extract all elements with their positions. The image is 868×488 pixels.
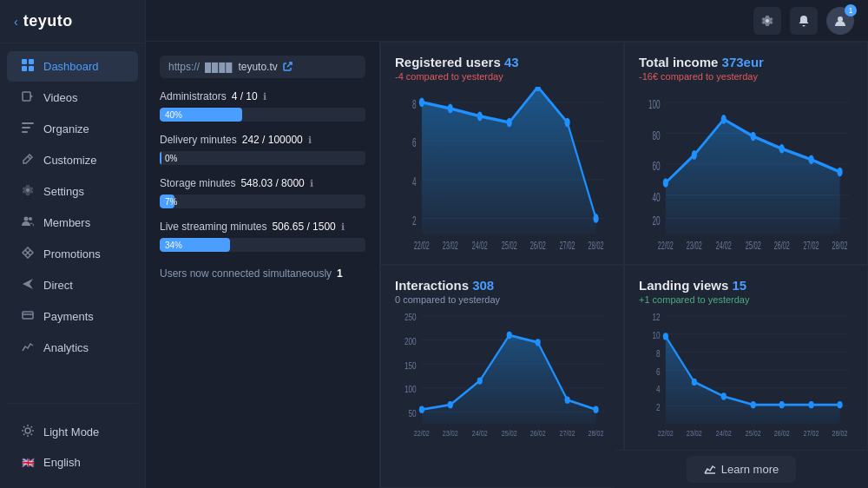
lightmode-icon — [21, 425, 35, 439]
url-domain: teyuto.tv — [238, 61, 277, 73]
svg-point-89 — [507, 332, 512, 339]
url-link-icon[interactable] — [283, 62, 293, 73]
sidebar-item-dashboard[interactable]: Dashboard — [7, 51, 138, 82]
svg-rect-6 — [22, 122, 34, 124]
progress-bar-fill: 0% — [160, 151, 161, 165]
svg-text:25/02: 25/02 — [502, 240, 517, 251]
svg-text:100: 100 — [648, 96, 661, 110]
sidebar-item-lightmode[interactable]: Light Mode — [7, 417, 138, 447]
connected-count: 1 — [337, 267, 343, 280]
progress-bar-fill: 7% — [160, 195, 174, 208]
svg-text:80: 80 — [653, 128, 661, 142]
progress-bar-bg: 40% — [160, 108, 365, 122]
stat-label-text: Delivery minutes — [160, 134, 237, 146]
svg-text:23/02: 23/02 — [443, 240, 458, 251]
sidebar-item-label: Settings — [43, 185, 84, 198]
sidebar-item-analytics[interactable]: Analytics — [7, 333, 138, 363]
sidebar-item-label: English — [43, 456, 81, 469]
sidebar-item-label: Light Mode — [43, 425, 99, 439]
stat-label-text: Live streaming minutes — [160, 221, 266, 233]
svg-point-116 — [751, 401, 756, 408]
svg-point-87 — [448, 401, 453, 408]
sidebar-item-members[interactable]: Members — [7, 208, 138, 238]
sidebar-item-label: Organize — [43, 122, 89, 135]
sidebar-item-settings[interactable]: Settings — [7, 176, 138, 207]
url-prefix: https:// — [168, 61, 200, 73]
progress-bar-fill: 34% — [160, 238, 230, 252]
svg-point-36 — [419, 97, 424, 107]
url-bar: https:// ████ teyuto.tv — [160, 56, 365, 78]
svg-marker-5 — [30, 95, 33, 98]
svg-text:24/02: 24/02 — [472, 240, 488, 251]
svg-text:25/02: 25/02 — [746, 240, 761, 251]
svg-text:12: 12 — [653, 312, 661, 322]
svg-line-23 — [31, 426, 33, 428]
svg-text:27/02: 27/02 — [804, 428, 819, 438]
svg-text:4: 4 — [656, 384, 661, 394]
logo-chevron-icon: ‹ — [14, 15, 18, 29]
stat-info-icon[interactable]: ℹ — [341, 221, 345, 233]
sidebar-item-promotions[interactable]: Promotions — [7, 239, 138, 269]
svg-point-63 — [721, 115, 727, 124]
avatar-button[interactable]: 1 — [826, 7, 854, 35]
chart-svg: 8 6 4 2 — [395, 87, 609, 257]
progress-label: 0% — [165, 154, 177, 163]
stat-value: 4 / 10 — [232, 90, 258, 102]
svg-text:50: 50 — [409, 408, 418, 419]
svg-text:28/02: 28/02 — [589, 240, 604, 251]
sidebar-item-label: Payments — [43, 310, 94, 323]
svg-text:24/02: 24/02 — [716, 428, 732, 438]
svg-text:23/02: 23/02 — [687, 428, 702, 438]
chart-title: Total income 373eur — [639, 55, 853, 69]
flag-icon: 🇬🇧 — [21, 457, 35, 469]
sidebar-item-label: Direct — [43, 279, 73, 292]
svg-text:27/02: 27/02 — [560, 240, 575, 251]
chart-subtitle: 0 compared to yesterday — [395, 294, 609, 305]
svg-line-9 — [28, 156, 30, 159]
progress-bar-fill: 40% — [160, 108, 242, 122]
stat-label-text: Storage minutes — [160, 177, 235, 189]
sidebar-item-customize[interactable]: Customize — [7, 145, 138, 175]
svg-text:8: 8 — [656, 348, 661, 359]
sidebar-item-videos[interactable]: Videos — [7, 82, 138, 113]
stat-info-icon[interactable]: ℹ — [308, 135, 312, 146]
svg-point-88 — [477, 377, 483, 384]
storage-minutes-stat: Storage minutes 548.03 / 8000 ℹ 7% — [160, 177, 365, 208]
svg-text:22/02: 22/02 — [414, 428, 430, 438]
chart-title: Registered users 43 — [395, 55, 609, 69]
logo-area: ‹ teyuto — [0, 0, 145, 43]
sidebar-item-organize[interactable]: Organize — [7, 114, 138, 144]
stat-info-icon[interactable]: ℹ — [263, 91, 266, 102]
svg-point-90 — [536, 339, 541, 346]
sidebar-item-english[interactable]: 🇬🇧 English — [7, 448, 138, 477]
sidebar-item-direct[interactable]: Direct — [7, 270, 138, 300]
svg-text:22/02: 22/02 — [658, 428, 674, 438]
stat-value: 242 / 100000 — [242, 134, 303, 146]
url-masked: ████ — [205, 63, 233, 72]
svg-text:100: 100 — [404, 384, 417, 394]
svg-text:23/02: 23/02 — [687, 240, 702, 251]
svg-rect-8 — [22, 131, 28, 133]
svg-text:26/02: 26/02 — [774, 428, 790, 438]
delivery-minutes-stat: Delivery minutes 242 / 100000 ℹ 0% — [160, 134, 365, 165]
organize-icon — [21, 122, 35, 136]
svg-point-115 — [721, 392, 727, 399]
members-icon — [21, 215, 35, 230]
sidebar-item-payments[interactable]: Payments — [7, 301, 138, 332]
stat-value: 548.03 / 8000 — [240, 177, 304, 189]
sidebar: ‹ teyuto Dashboard Vide — [0, 0, 146, 488]
svg-text:27/02: 27/02 — [804, 240, 819, 251]
svg-text:25/02: 25/02 — [746, 428, 761, 438]
svg-text:150: 150 — [404, 360, 417, 371]
learn-more-button[interactable]: Learn more — [687, 456, 796, 483]
stat-info-icon[interactable]: ℹ — [310, 178, 313, 189]
notifications-button[interactable] — [790, 7, 818, 35]
nav-items: Dashboard Videos Organize — [0, 43, 145, 398]
svg-text:6: 6 — [412, 135, 417, 149]
bottom-bar: Learn more — [615, 450, 868, 488]
svg-text:60: 60 — [653, 159, 661, 173]
settings-button[interactable] — [753, 7, 781, 35]
payments-icon — [21, 309, 35, 324]
svg-rect-4 — [23, 92, 30, 101]
svg-line-22 — [31, 434, 33, 436]
